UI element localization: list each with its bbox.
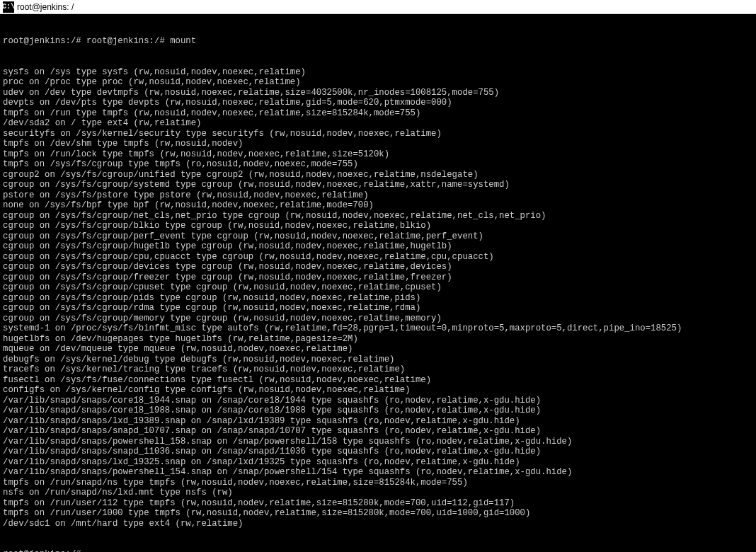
output-line: mqueue on /dev/mqueue type mqueue (rw,no… [3,344,753,355]
terminal-window: C:\ root@jenkins: / root@jenkins:/# root… [0,0,756,552]
title-bar[interactable]: C:\ root@jenkins: / [0,0,756,14]
output-line: /var/lib/snapd/snaps/lxd_19325.snap on /… [3,457,753,468]
output-line: tmpfs on /run/user/1000 type tmpfs (rw,n… [3,508,753,519]
output-line: proc on /proc type proc (rw,nosuid,nodev… [3,77,753,88]
output-line: debugfs on /sys/kernel/debug type debugf… [3,355,753,365]
output-line: securityfs on /sys/kernel/security type … [3,129,753,139]
output-line: /var/lib/snapd/snaps/snapd_10707.snap on… [3,426,753,437]
output-lines: sysfs on /sys type sysfs (rw,nosuid,node… [3,67,753,529]
output-line: cgroup on /sys/fs/cgroup/perf_event type… [3,231,753,242]
output-line: /var/lib/snapd/snaps/core18_1944.snap on… [3,396,753,406]
terminal-output[interactable]: root@jenkins:/# root@jenkins:/# mount sy… [0,14,756,552]
output-line: nsfs on /run/snapd/ns/lxd.mnt type nsfs … [3,488,753,498]
prompt-line: root@jenkins:/# root@jenkins:/# mount [3,36,753,47]
window-title: root@jenkins: / [17,2,74,12]
output-line: tmpfs on /dev/shm type tmpfs (rw,nosuid,… [3,139,753,149]
output-line: cgroup on /sys/fs/cgroup/net_cls,net_pri… [3,211,753,222]
output-line: tmpfs on /run type tmpfs (rw,nosuid,node… [3,108,753,119]
output-line: tmpfs on /sys/fs/cgroup type tmpfs (ro,n… [3,159,753,170]
output-line: cgroup on /sys/fs/cgroup/freezer type cg… [3,272,753,283]
output-line: none on /sys/fs/bpf type bpf (rw,nosuid,… [3,200,753,211]
output-line: hugetlbfs on /dev/hugepages type hugetlb… [3,334,753,345]
output-line: cgroup on /sys/fs/cgroup/devices type cg… [3,262,753,272]
cmd-icon: C:\ [3,1,14,13]
output-line: cgroup on /sys/fs/cgroup/rdma type cgrou… [3,303,753,314]
output-line: configfs on /sys/kernel/config type conf… [3,385,753,396]
output-line: cgroup on /sys/fs/cgroup/memory type cgr… [3,314,753,324]
output-line: cgroup on /sys/fs/cgroup/hugetlb type cg… [3,241,753,252]
output-line: cgroup on /sys/fs/cgroup/systemd type cg… [3,180,753,190]
output-line: cgroup on /sys/fs/cgroup/cpu,cpuacct typ… [3,252,753,263]
output-line: /var/lib/snapd/snaps/core18_1988.snap on… [3,406,753,416]
output-line: tracefs on /sys/kernel/tracing type trac… [3,364,753,375]
output-line: cgroup2 on /sys/fs/cgroup/unified type c… [3,170,753,180]
output-line: tmpfs on /run/snapd/ns type tmpfs (rw,no… [3,478,753,488]
output-line: fusectl on /sys/fs/fuse/connections type… [3,375,753,386]
prompt-line[interactable]: root@jenkins:/# [3,549,753,552]
output-line: /dev/sdc1 on /mnt/hard type ext4 (rw,rel… [3,519,753,529]
output-line: tmpfs on /run/lock type tmpfs (rw,nosuid… [3,149,753,160]
output-line: /var/lib/snapd/snaps/snapd_11036.snap on… [3,447,753,457]
output-line: pstore on /sys/fs/pstore type pstore (rw… [3,190,753,201]
output-line: /dev/sda2 on / type ext4 (rw,relatime) [3,118,753,129]
output-line: udev on /dev type devtmpfs (rw,nosuid,no… [3,88,753,98]
output-line: systemd-1 on /proc/sys/fs/binfmt_misc ty… [3,323,753,334]
output-line: cgroup on /sys/fs/cgroup/cpuset type cgr… [3,282,753,293]
output-line: cgroup on /sys/fs/cgroup/blkio type cgro… [3,221,753,231]
output-line: sysfs on /sys type sysfs (rw,nosuid,node… [3,67,753,78]
output-line: /var/lib/snapd/snaps/powershell_154.snap… [3,467,753,478]
output-line: devpts on /dev/pts type devpts (rw,nosui… [3,98,753,108]
output-line: /var/lib/snapd/snaps/lxd_19389.snap on /… [3,416,753,427]
output-line: /var/lib/snapd/snaps/powershell_158.snap… [3,437,753,447]
output-line: tmpfs on /run/user/112 type tmpfs (rw,no… [3,498,753,509]
output-line: cgroup on /sys/fs/cgroup/pids type cgrou… [3,293,753,304]
